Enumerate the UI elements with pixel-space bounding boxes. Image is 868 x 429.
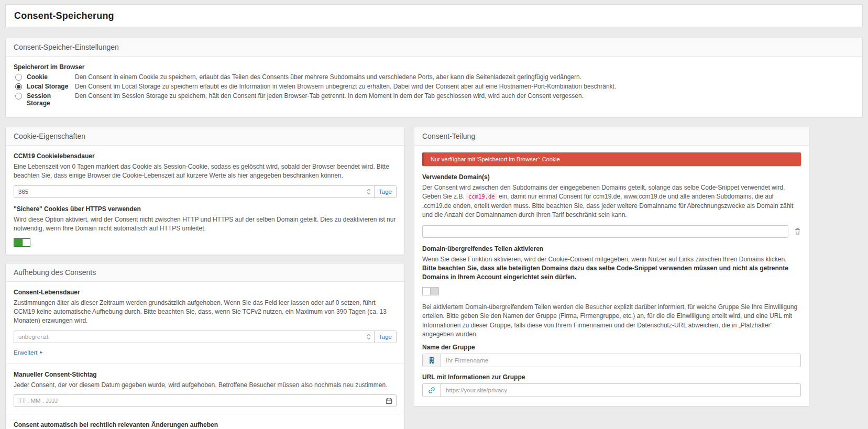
number-spinner-icon[interactable] bbox=[364, 186, 374, 197]
group-name-field bbox=[422, 354, 801, 367]
cross-domain-description-normal: Wenn Sie diese Funktion aktivieren, wird… bbox=[422, 256, 786, 263]
auto-revoke-label: Consent automatisch bei rechtlich releva… bbox=[14, 421, 397, 428]
secure-cookies-description: Wird diese Option aktiviert, wird der Co… bbox=[14, 215, 397, 234]
advanced-link-label: Erweitert bbox=[14, 349, 37, 356]
consent-sharing-card: Consent-Teilung Nur verfügbar mit 'Speic… bbox=[414, 127, 809, 406]
storage-settings-header: Consent-Speicher-Einstellungen bbox=[6, 38, 862, 57]
cross-domain-label: Domain-übergreifendes Teilen aktivieren bbox=[422, 245, 801, 252]
toggle-knob bbox=[422, 287, 431, 295]
consent-deadline-description: Jeder Consent, der vor diesem Datum gege… bbox=[14, 381, 397, 390]
domains-field bbox=[422, 225, 788, 238]
consent-deadline-label: Manueller Consent-Stichtag bbox=[14, 371, 397, 378]
consent-revocation-card: Aufhebung des Consents Consent-Lebensdau… bbox=[5, 263, 405, 429]
domains-input-row bbox=[422, 225, 801, 238]
building-icon bbox=[423, 354, 441, 367]
cookie-lifetime-input-group: Tage bbox=[14, 185, 397, 198]
cookie-only-alert: Nur verfügbar mit 'Speicherort im Browse… bbox=[422, 152, 801, 166]
radio-cookie-label[interactable]: Cookie bbox=[27, 73, 75, 81]
consent-lifetime-description: Zustimmungen älter als dieser Zeitraum w… bbox=[14, 299, 397, 326]
cross-domain-toggle[interactable] bbox=[422, 287, 439, 295]
storage-location-label: Speicherort im Browser bbox=[14, 63, 854, 71]
cookie-lifetime-unit-button[interactable]: Tage bbox=[374, 186, 396, 197]
storage-settings-body: Speicherort im Browser Cookie Den Consen… bbox=[6, 57, 862, 117]
group-url-field bbox=[422, 383, 801, 397]
radio-local-storage[interactable] bbox=[15, 83, 22, 90]
trash-icon[interactable] bbox=[794, 227, 801, 235]
chain-link-icon bbox=[423, 384, 441, 397]
radio-session-storage-description: Den Consent im Session Storage zu speich… bbox=[75, 92, 854, 100]
secure-cookies-toggle[interactable] bbox=[14, 238, 30, 247]
radio-local-storage-label[interactable]: Local Storage bbox=[27, 83, 75, 90]
radio-local-storage-description: Den Consent im Local Storage zu speicher… bbox=[75, 83, 854, 90]
consent-revocation-header: Aufhebung des Consents bbox=[6, 263, 404, 282]
used-domains-description: Der Consent wird zwischen den Subdomains… bbox=[422, 183, 801, 220]
radio-cookie-description: Den Consent in einem Cookie zu speichern… bbox=[75, 73, 854, 81]
consent-lifetime-input[interactable] bbox=[14, 331, 364, 343]
consent-deadline-input[interactable] bbox=[14, 395, 396, 406]
consent-lifetime-label: Consent-Lebensdauer bbox=[14, 289, 397, 296]
page-title: Consent-Speicherung bbox=[14, 10, 114, 21]
radio-row-session-storage: Session Storage Den Consent im Session S… bbox=[14, 92, 854, 107]
consent-sharing-header: Consent-Teilung bbox=[414, 127, 809, 146]
radio-cookie[interactable] bbox=[15, 74, 22, 81]
cross-domain-description: Wenn Sie diese Funktion aktivieren, wird… bbox=[422, 255, 801, 282]
cross-domain-description-bold: Bitte beachten Sie, dass alle beteiligte… bbox=[422, 265, 788, 281]
group-info-description: Bei aktiviertem Domain-übergreifendem Te… bbox=[422, 303, 801, 339]
consent-lifetime-input-group: Tage bbox=[14, 331, 397, 343]
group-name-label: Name der Gruppe bbox=[422, 344, 801, 351]
consent-deadline-field bbox=[14, 394, 397, 407]
group-name-input[interactable] bbox=[441, 354, 800, 367]
radio-session-storage[interactable] bbox=[15, 93, 22, 100]
divider bbox=[6, 414, 404, 414]
divider bbox=[6, 364, 404, 364]
cookie-lifetime-description: Eine Lebenszeit von 0 Tagen markiert das… bbox=[14, 162, 397, 181]
consent-lifetime-unit-button[interactable]: Tage bbox=[374, 331, 396, 343]
cookie-properties-card: Cookie-Eigenschaften CCM19 Cookielebensd… bbox=[5, 127, 405, 255]
used-domains-label: Verwendete Domain(s) bbox=[422, 173, 801, 181]
radio-row-local-storage: Local Storage Den Consent im Local Stora… bbox=[14, 83, 854, 90]
radio-row-cookie: Cookie Den Consent in einem Cookie zu sp… bbox=[14, 73, 854, 81]
group-url-input[interactable] bbox=[441, 384, 800, 397]
toggle-knob bbox=[22, 238, 30, 247]
group-url-label: URL mit Informationen zur Gruppe bbox=[422, 373, 801, 381]
domains-input[interactable] bbox=[423, 226, 788, 237]
number-spinner-icon[interactable] bbox=[364, 331, 374, 343]
storage-settings-card: Consent-Speicher-Einstellungen Speichero… bbox=[5, 38, 863, 117]
radio-session-storage-label[interactable]: Session Storage bbox=[27, 92, 75, 107]
domain-example-code: ccm19.de bbox=[466, 193, 497, 200]
cookie-properties-header: Cookie-Eigenschaften bbox=[6, 127, 404, 146]
page-title-bar: Consent-Speicherung bbox=[5, 4, 863, 27]
consent-storage-page: Consent-Speicherung Consent-Speicher-Ein… bbox=[0, 0, 868, 429]
cookie-lifetime-input[interactable] bbox=[14, 186, 364, 197]
advanced-link[interactable]: Erweitert ▸ bbox=[14, 349, 42, 356]
caret-right-icon: ▸ bbox=[40, 350, 42, 355]
cookie-lifetime-label: CCM19 Cookielebensdauer bbox=[14, 152, 397, 160]
secure-cookies-label: "Sichere" Cookies über HTTPS verwenden bbox=[14, 205, 397, 213]
calendar-icon[interactable] bbox=[386, 398, 392, 404]
